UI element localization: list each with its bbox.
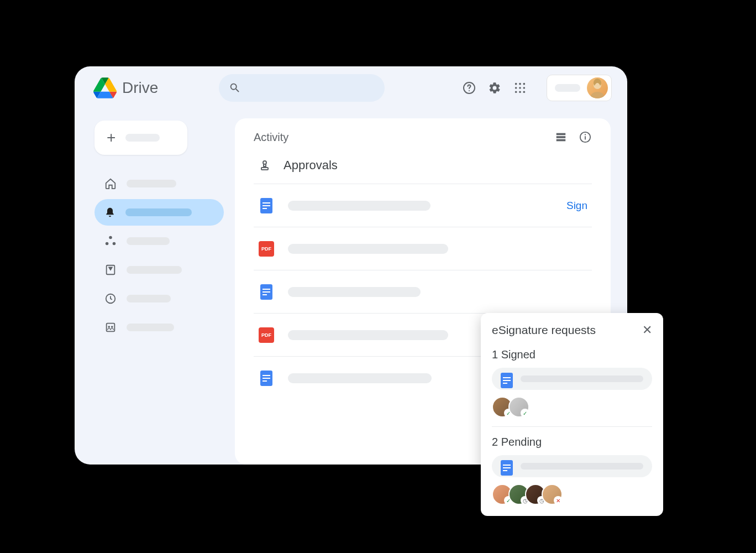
doc-file-icon bbox=[501, 460, 513, 476]
shared-drive-icon bbox=[104, 321, 117, 333]
popup-section: 2 Pending ✓ ◷ ◷ ✕ bbox=[492, 436, 652, 505]
svg-point-2 bbox=[515, 83, 517, 85]
svg-point-10 bbox=[523, 91, 526, 93]
apps-icon[interactable] bbox=[513, 81, 527, 95]
svg-point-8 bbox=[515, 91, 517, 93]
bell-icon bbox=[104, 206, 116, 218]
doc-file-icon bbox=[260, 198, 272, 213]
svg-point-4 bbox=[523, 83, 526, 85]
svg-point-13 bbox=[106, 242, 109, 246]
close-icon[interactable]: ✕ bbox=[642, 323, 652, 337]
pdf-file-icon: PDF bbox=[259, 327, 274, 343]
drive-logo-icon bbox=[93, 76, 117, 100]
svg-point-12 bbox=[109, 236, 112, 239]
file-name-placeholder bbox=[288, 373, 432, 383]
svg-point-26 bbox=[263, 161, 266, 164]
sidebar-item-home[interactable] bbox=[95, 170, 224, 197]
avatar-row: ✓ ✓ bbox=[492, 397, 652, 418]
signer-avatar[interactable]: ✕ bbox=[542, 484, 563, 505]
app-title: Drive bbox=[122, 79, 158, 97]
popup-section-heading: 2 Pending bbox=[492, 436, 652, 448]
pdf-file-icon: PDF bbox=[259, 241, 274, 257]
clock-icon bbox=[104, 293, 117, 305]
approvals-stamp-icon bbox=[258, 159, 271, 172]
list-view-icon[interactable] bbox=[554, 131, 568, 144]
share-nodes-icon bbox=[104, 235, 117, 247]
svg-rect-27 bbox=[261, 168, 268, 170]
search-input[interactable] bbox=[219, 74, 385, 102]
drive-icon bbox=[104, 264, 117, 276]
doc-file-icon bbox=[260, 284, 272, 300]
doc-file-icon bbox=[501, 373, 513, 388]
header-actions bbox=[463, 75, 612, 101]
sidebar-item-recent[interactable] bbox=[95, 285, 224, 312]
new-label-placeholder bbox=[125, 134, 160, 142]
approval-row[interactable] bbox=[254, 270, 592, 314]
file-name-placeholder bbox=[288, 287, 421, 297]
popup-title: eSignature requests bbox=[492, 324, 596, 337]
info-icon[interactable] bbox=[579, 131, 592, 144]
logo-area[interactable]: Drive bbox=[93, 76, 158, 100]
sidebar: + bbox=[75, 109, 235, 465]
svg-point-25 bbox=[585, 134, 586, 135]
popup-section-heading: 1 Signed bbox=[492, 348, 652, 361]
svg-point-19 bbox=[111, 326, 113, 328]
svg-rect-22 bbox=[556, 139, 566, 142]
sign-action[interactable]: Sign bbox=[566, 200, 587, 212]
user-avatar[interactable] bbox=[587, 77, 608, 98]
home-icon bbox=[104, 178, 117, 190]
svg-rect-20 bbox=[556, 133, 566, 135]
sidebar-item-shared-drives[interactable] bbox=[95, 314, 224, 341]
svg-point-1 bbox=[469, 90, 470, 91]
file-name-placeholder bbox=[521, 375, 643, 382]
svg-rect-17 bbox=[107, 324, 115, 332]
sidebar-item-shared[interactable] bbox=[95, 228, 224, 254]
file-name-placeholder bbox=[288, 201, 431, 211]
svg-point-3 bbox=[519, 83, 521, 85]
doc-file-icon bbox=[260, 371, 272, 386]
file-chip[interactable] bbox=[492, 368, 652, 390]
plus-icon: + bbox=[107, 130, 116, 145]
svg-point-9 bbox=[519, 91, 521, 93]
avatar-row: ✓ ◷ ◷ ✕ bbox=[492, 484, 652, 505]
section-header: Approvals bbox=[254, 158, 592, 184]
svg-point-14 bbox=[113, 242, 116, 246]
file-name-placeholder bbox=[288, 330, 448, 340]
approval-row[interactable]: Sign bbox=[254, 184, 592, 227]
new-button[interactable]: + bbox=[95, 121, 187, 155]
popup-section: 1 Signed ✓ ✓ bbox=[492, 348, 652, 427]
approval-row[interactable]: PDF bbox=[254, 227, 592, 270]
svg-point-18 bbox=[108, 326, 110, 328]
svg-point-6 bbox=[519, 87, 521, 89]
status-badge-no: ✕ bbox=[554, 496, 563, 505]
file-name-placeholder bbox=[288, 244, 448, 254]
section-title: Approvals bbox=[284, 158, 338, 173]
sidebar-item-drive[interactable] bbox=[95, 257, 224, 283]
signer-avatar[interactable]: ✓ bbox=[508, 397, 529, 418]
settings-icon[interactable] bbox=[488, 81, 501, 95]
help-icon[interactable] bbox=[463, 81, 476, 95]
svg-rect-21 bbox=[556, 136, 566, 138]
svg-point-7 bbox=[523, 87, 526, 89]
sidebar-item-activity[interactable] bbox=[95, 199, 224, 226]
account-switcher[interactable] bbox=[547, 75, 612, 101]
esignature-popup: eSignature requests ✕ 1 Signed ✓ ✓ 2 Pen… bbox=[481, 313, 663, 516]
status-badge-ok: ✓ bbox=[521, 409, 529, 418]
account-label-placeholder bbox=[555, 84, 580, 92]
file-chip[interactable] bbox=[492, 455, 652, 477]
app-header: Drive bbox=[75, 66, 627, 109]
file-name-placeholder bbox=[521, 463, 643, 469]
card-title: Activity bbox=[254, 131, 288, 144]
search-icon bbox=[229, 82, 241, 94]
svg-point-5 bbox=[515, 87, 517, 89]
